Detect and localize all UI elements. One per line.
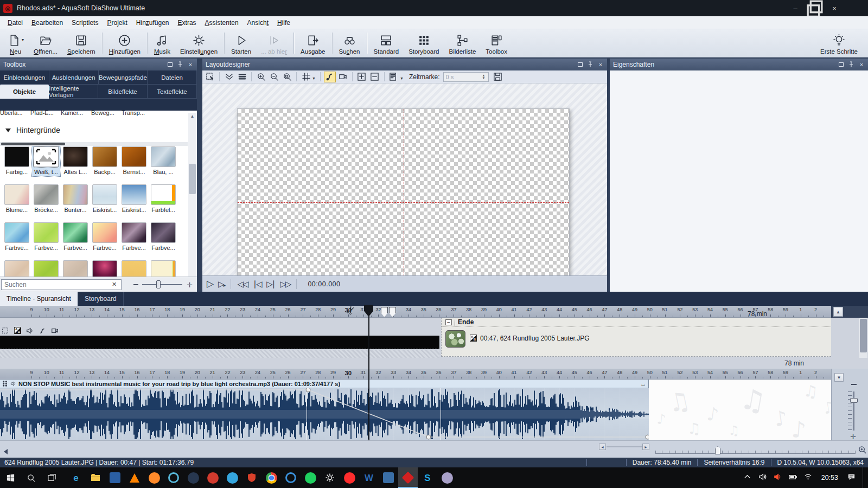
toolbar-erste-schritte-button[interactable]: Erste Schritte [815, 29, 863, 57]
ab-transition-icon[interactable]: AB [14, 327, 21, 334]
chapter-ende-block[interactable]: − Ende AB 00:47, 624 Rundflug 2005 Laute… [441, 318, 831, 357]
task-view-button[interactable] [41, 467, 62, 488]
tracks-dropdown-icon[interactable]: ▼ [400, 76, 404, 80]
track-height-zoom-in-icon[interactable]: ✛ [850, 433, 856, 441]
timeline-zoom-icon[interactable] [858, 445, 867, 456]
track-height-zoom-out-icon[interactable] [851, 384, 857, 385]
toolbar-standard-button[interactable]: Standard [369, 29, 404, 57]
toolbox-tab-bewegungspfade[interactable]: Bewegungspfade [99, 70, 148, 85]
menu-datei[interactable]: Datei [3, 18, 27, 28]
search-icon[interactable] [21, 467, 41, 488]
taskbar-icon-skype[interactable]: S [418, 467, 437, 488]
thumbnail-size-slider-thumb[interactable] [156, 280, 161, 288]
taskbar-icon-chat-app[interactable] [437, 467, 457, 488]
thumbnail-size-slider[interactable] [142, 284, 182, 285]
close-icon[interactable]: × [187, 61, 194, 68]
clipped-category-labels[interactable]: Überla...Pfad-E...Kamer...Beweg...Transp… [0, 111, 188, 117]
zoom-out-button[interactable] [268, 72, 280, 82]
pin-icon[interactable] [848, 61, 854, 68]
restore-button[interactable] [805, 0, 825, 16]
timeline-scroll-down-button[interactable]: ▼ [834, 373, 844, 382]
backgrounds-section-header[interactable]: Hintergründe [5, 126, 60, 134]
layers-button[interactable] [236, 72, 248, 82]
tab-storyboard[interactable]: Storyboard [78, 292, 124, 306]
maximize-panel-icon[interactable] [167, 61, 173, 68]
toolbar-toolbox-button[interactable]: Toolbox [481, 29, 512, 57]
play-from-here-button[interactable]: ▷▸ [218, 279, 225, 289]
wifi-icon[interactable] [804, 473, 812, 483]
audio-clip-block[interactable]: NON STOP MUSIC best instrumental music f… [0, 380, 649, 440]
taskbar-icon-telegram[interactable] [222, 467, 242, 488]
taskbar-icon-edge[interactable]: e [66, 467, 86, 488]
close-button[interactable]: × [825, 0, 844, 16]
volume-icon[interactable] [758, 473, 767, 483]
toolbox-tab-objekte[interactable]: Objekte [0, 85, 49, 99]
tab-timeline-spuransicht[interactable]: Timeline - Spuransicht [0, 292, 78, 306]
background-thumbnail[interactable]: Farbig... [3, 146, 31, 175]
tracks-view-button[interactable] [388, 72, 400, 82]
background-thumbnail[interactable]: Farbve... [120, 222, 148, 251]
save-timemark-button[interactable] [492, 72, 504, 82]
background-thumbnail[interactable]: Eiskrist... [91, 184, 119, 213]
timeline-ruler-top[interactable]: 78 min 910111213141516171819202122232425… [0, 306, 831, 318]
clear-search-icon[interactable]: ✕ [112, 281, 117, 288]
toolbar-ausgabe-button[interactable]: Ausgabe [296, 29, 330, 57]
toolbox-tab-ausblendungen[interactable]: Ausblendungen [49, 70, 99, 85]
zoom-fit-button[interactable] [281, 72, 293, 82]
camera-pan-button[interactable] [337, 72, 349, 82]
taskbar-icon-app-red[interactable] [203, 467, 222, 488]
menu-bearbeiten[interactable]: Bearbeiten [27, 18, 67, 28]
background-thumbnail[interactable]: Farbve... [61, 222, 90, 251]
toolbox-tab-bildeffekte[interactable]: Bildeffekte [98, 85, 148, 99]
background-thumbnail[interactable]: Farbve... [32, 222, 60, 251]
taskbar-clock[interactable]: 20:53 [821, 474, 838, 481]
background-thumbnail[interactable]: Backp... [91, 146, 119, 175]
toolbox-hscrollbar[interactable] [0, 142, 188, 146]
toolbar-storyboard-button[interactable]: Storyboard [404, 29, 444, 57]
menu-hilfe[interactable]: Hilfe [273, 18, 295, 28]
tray-chevron-icon[interactable] [743, 473, 751, 483]
menu-projekt[interactable]: Projekt [103, 18, 131, 28]
toolbar-suchen-button[interactable]: Suchen [334, 29, 365, 57]
background-thumbnail[interactable]: Farbve... [149, 222, 177, 251]
taskbar-icon-firefox[interactable] [144, 467, 164, 488]
tracks-vscrollbar-thumb[interactable] [860, 319, 867, 352]
taskbar-icon-spotify[interactable] [301, 467, 320, 488]
taskbar-icon-atom[interactable] [164, 467, 183, 488]
previous-button[interactable]: ∣◁ [253, 279, 261, 289]
taskbar-icon-vlc[interactable] [125, 467, 144, 488]
resize-handle-icon[interactable]: ↔ [640, 381, 646, 387]
taskbar-icon-chrome[interactable] [261, 467, 281, 488]
toolbox-tab-dateien[interactable]: Dateien [148, 70, 197, 85]
thumbnail-zoom-out-icon[interactable] [133, 284, 138, 285]
minimize-button[interactable]: – [786, 0, 805, 16]
track-height-slider-thumb[interactable] [850, 398, 858, 403]
slide-stage[interactable] [237, 108, 570, 280]
remove-keyframe-button[interactable] [369, 72, 381, 82]
battery-icon[interactable] [789, 473, 797, 483]
toolbar-oeffnen-button[interactable]: Öffnen... [29, 29, 62, 57]
scroll-right-icon[interactable]: ► [642, 444, 649, 450]
background-thumbnail[interactable]: Blume... [3, 184, 31, 213]
search-input[interactable] [1, 279, 122, 290]
audio-clip-titlebar[interactable]: NON STOP MUSIC best instrumental music f… [0, 380, 648, 388]
close-icon[interactable]: × [597, 61, 604, 68]
menu-extras[interactable]: Extras [174, 18, 201, 28]
toolbar-bilderliste-button[interactable]: Bilderliste [444, 29, 481, 57]
toolbox-hscrollbar-thumb[interactable] [1, 143, 65, 145]
timeline-zoom-slider-thumb[interactable] [715, 446, 720, 454]
pin-icon[interactable] [587, 61, 593, 68]
rewind-button[interactable]: ◁◁ [237, 279, 247, 289]
background-thumbnail[interactable]: Eiskrist... [120, 184, 148, 213]
taskbar-icon-opera[interactable] [340, 467, 359, 488]
background-thumbnail[interactable]: Weiß, t... [32, 146, 60, 176]
toolbar-musik-button[interactable]: Musik [149, 29, 175, 57]
motion-path-tool-button[interactable] [324, 72, 336, 82]
track-height-slider[interactable] [853, 391, 854, 431]
timeline-zoom-slider[interactable] [655, 453, 855, 454]
maximize-panel-icon[interactable] [577, 61, 583, 68]
menu-scriptlets[interactable]: Scriptlets [67, 18, 103, 28]
fast-forward-button[interactable]: ▷▷ [280, 279, 290, 289]
background-thumbnail[interactable]: Bernst... [120, 146, 148, 175]
timeline-ruler-audio[interactable]: 9101112131415161718192021222324252627282… [0, 369, 831, 380]
